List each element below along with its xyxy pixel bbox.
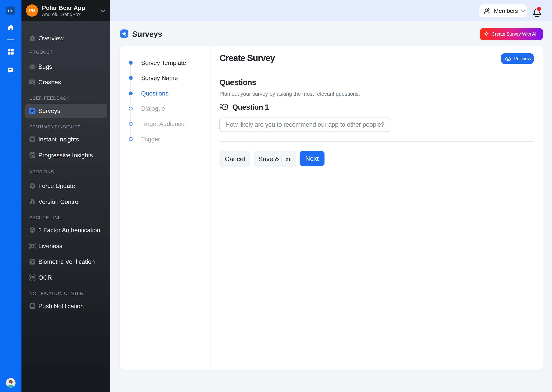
svg-text:?: ? bbox=[224, 105, 226, 109]
